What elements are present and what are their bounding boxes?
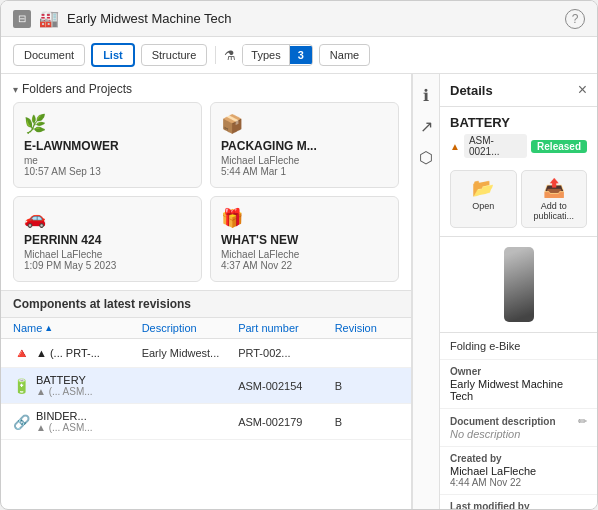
folder-icon-whatsnew: 🎁 (221, 207, 388, 229)
folder-icon-perrinn: 🚗 (24, 207, 191, 229)
owner-label: Owner (450, 366, 587, 377)
info-icon[interactable]: ℹ (423, 86, 429, 105)
add-publication-icon: 📤 (543, 177, 565, 199)
left-panel: ▾ Folders and Projects 🌿 E-LAWNMOWER me … (1, 74, 412, 509)
created-by-name: Michael LaFleche (450, 465, 587, 477)
folder-card-packaging[interactable]: 📦 PACKAGING M... Michael LaFleche 5:44 A… (210, 102, 399, 188)
row-partnum-0: PRT-002... (238, 347, 335, 359)
col-header-name[interactable]: Name ▲ (13, 322, 142, 334)
table-row-battery[interactable]: 🔋 BATTERY ▲ (... ASM... ASM-002154 B (1, 368, 411, 404)
side-icons: ℹ ↗ ⬡ (413, 74, 440, 509)
row-sub-binder: ▲ (... ASM... (36, 422, 93, 433)
created-by-section: Created by Michael LaFleche 4:44 AM Nov … (440, 447, 597, 495)
table-header: Name ▲ Description Part number Revision (1, 318, 411, 339)
item-thumbnail (440, 237, 597, 333)
last-modified-label: Last modified by (450, 501, 587, 509)
structure-tab[interactable]: Structure (141, 44, 208, 66)
row-name-cell-binder: 🔗 BINDER... ▲ (... ASM... (13, 410, 142, 433)
folder-name-elawnmower: E-LAWNMOWER (24, 139, 191, 153)
folder-meta2-elawnmower: 10:57 AM Sep 13 (24, 166, 191, 177)
edit-description-icon[interactable]: ✏ (578, 415, 587, 428)
folder-icon-elawnmower: 🌿 (24, 113, 191, 135)
right-panel-inner: ℹ ↗ ⬡ Details × BATTERY ▲ ASM-0021... Re… (413, 74, 597, 509)
add-publication-label: Add to publicati... (526, 201, 583, 221)
row-name-battery: BATTERY (36, 374, 93, 386)
filter-icon: ⚗ (224, 48, 236, 63)
folder-card-elawnmower[interactable]: 🌿 E-LAWNMOWER me 10:57 AM Sep 13 (13, 102, 202, 188)
right-panel: ℹ ↗ ⬡ Details × BATTERY ▲ ASM-0021... Re… (412, 74, 597, 509)
table-row-binder[interactable]: 🔗 BINDER... ▲ (... ASM... ASM-002179 B (1, 404, 411, 440)
app-title: Early Midwest Machine Tech (67, 11, 232, 26)
table-row[interactable]: 🔺 ▲ (... PRT-... Early Midwest... PRT-00… (1, 339, 411, 368)
folder-meta2-packaging: 5:44 AM Mar 1 (221, 166, 388, 177)
owner-value: Early Midwest Machine Tech (450, 378, 587, 402)
details-header: Details × (440, 74, 597, 107)
row-revision-binder: B (335, 416, 399, 428)
linked-doc-value: Folding e-Bike (450, 340, 520, 352)
close-button[interactable]: × (578, 82, 587, 98)
folder-card-whatsnew[interactable]: 🎁 WHAT'S NEW Michael LaFleche 4:37 AM No… (210, 196, 399, 282)
folder-card-perrinn[interactable]: 🚗 PERRINN 424 Michael LaFleche 1:09 PM M… (13, 196, 202, 282)
details-badge-row: ▲ ASM-0021... Released (440, 132, 597, 166)
cube-icon[interactable]: ⬡ (419, 148, 433, 167)
warn-badge: ▲ (450, 141, 460, 152)
details-item-name: BATTERY (440, 107, 597, 132)
share-icon[interactable]: ↗ (420, 117, 433, 136)
col-header-description[interactable]: Description (142, 322, 239, 334)
add-publication-action-button[interactable]: 📤 Add to publicati... (521, 170, 588, 228)
toolbar: Document List Structure ⚗ Types 3 Name (1, 37, 597, 74)
name-button[interactable]: Name (319, 44, 370, 66)
created-by-time: 4:44 AM Nov 22 (450, 477, 587, 488)
row-icon-0: 🔺 (13, 345, 30, 361)
row-partnum-battery: ASM-002154 (238, 380, 335, 392)
folders-section-header[interactable]: ▾ Folders and Projects (1, 74, 411, 102)
folder-meta1-elawnmower: me (24, 155, 191, 166)
row-desc-0: Early Midwest... (142, 347, 239, 359)
linked-doc-section: Folding e-Bike (440, 333, 597, 360)
details-pane: Details × BATTERY ▲ ASM-0021... Released… (440, 74, 597, 509)
list-tab[interactable]: List (91, 43, 135, 67)
folders-header-label: Folders and Projects (22, 82, 132, 96)
owner-section: Owner Early Midwest Machine Tech (440, 360, 597, 409)
col-header-revision[interactable]: Revision (335, 322, 399, 334)
app-icon: 🏭 (39, 9, 59, 28)
folder-name-perrinn: PERRINN 424 (24, 233, 191, 247)
row-name-cell-0: 🔺 ▲ (... PRT-... (13, 345, 142, 361)
row-name-0: ▲ (... PRT-... (36, 347, 100, 359)
title-bar: ⊟ 🏭 Early Midwest Machine Tech ? (1, 1, 597, 37)
row-icon-battery: 🔋 (13, 378, 30, 394)
open-icon: 📂 (472, 177, 494, 199)
row-name-cell-battery: 🔋 BATTERY ▲ (... ASM... (13, 374, 142, 397)
help-button[interactable]: ? (565, 9, 585, 29)
filter-button[interactable]: ⚗ (224, 48, 236, 63)
folder-meta2-whatsnew: 4:37 AM Nov 22 (221, 260, 388, 271)
sidebar-toggle-icon[interactable]: ⊟ (13, 10, 31, 28)
folder-icon-packaging: 📦 (221, 113, 388, 135)
app-window: ⊟ 🏭 Early Midwest Machine Tech ? Documen… (0, 0, 598, 510)
details-actions: 📂 Open 📤 Add to publicati... (440, 166, 597, 237)
id-badge: ASM-0021... (464, 134, 527, 158)
row-name-binder: BINDER... (36, 410, 93, 422)
sort-arrow-icon: ▲ (44, 323, 53, 333)
types-badge: 3 (290, 46, 312, 64)
folder-meta1-packaging: Michael LaFleche (221, 155, 388, 166)
types-label[interactable]: Types (243, 45, 289, 65)
status-badge: Released (531, 140, 587, 153)
components-section-header: Components at latest revisions (1, 290, 411, 318)
open-label: Open (472, 201, 494, 211)
description-value: No description (450, 428, 587, 440)
title-bar-left: ⊟ 🏭 Early Midwest Machine Tech (13, 9, 232, 28)
created-by-label: Created by (450, 453, 587, 464)
folder-meta1-whatsnew: Michael LaFleche (221, 249, 388, 260)
document-tab[interactable]: Document (13, 44, 85, 66)
last-modified-section: Last modified by Michael LaFleche 8:37 A… (440, 495, 597, 509)
col-header-partnumber[interactable]: Part number (238, 322, 335, 334)
row-icon-binder: 🔗 (13, 414, 30, 430)
folders-grid: 🌿 E-LAWNMOWER me 10:57 AM Sep 13 📦 PACKA… (1, 102, 411, 290)
folder-meta2-perrinn: 1:09 PM May 5 2023 (24, 260, 191, 271)
chevron-icon: ▾ (13, 84, 18, 95)
row-revision-battery: B (335, 380, 399, 392)
row-partnum-binder: ASM-002179 (238, 416, 335, 428)
open-action-button[interactable]: 📂 Open (450, 170, 517, 228)
description-section: Document description ✏ No description (440, 409, 597, 447)
